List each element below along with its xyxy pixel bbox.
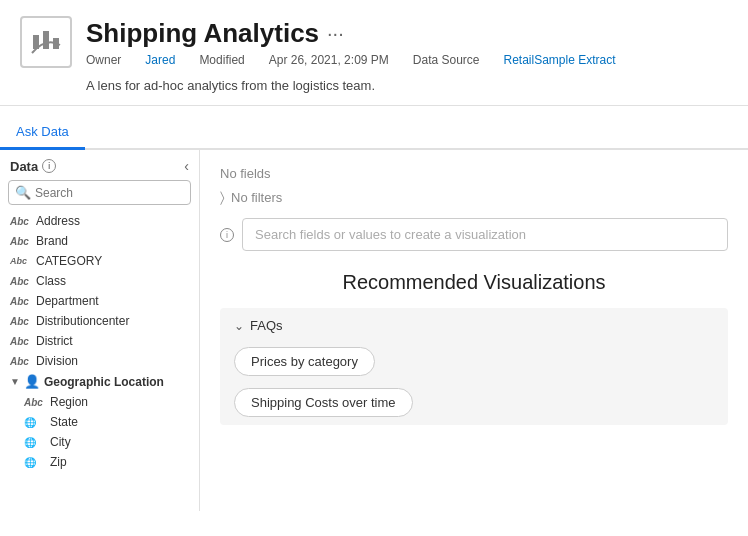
faq-label: FAQs bbox=[250, 318, 283, 333]
owner-link[interactable]: Jared bbox=[145, 53, 175, 67]
viz-btn-shipping-costs[interactable]: Shipping Costs over time bbox=[234, 388, 413, 417]
geo-icon: 👤 bbox=[24, 374, 40, 389]
modified-label: Modified bbox=[199, 53, 244, 67]
tab-ask-data[interactable]: Ask Data bbox=[0, 116, 85, 150]
search-viz-input[interactable]: Search fields or values to create a visu… bbox=[242, 218, 728, 251]
owner-label: Owner bbox=[86, 53, 121, 67]
viz-btn-prices-by-category[interactable]: Prices by category bbox=[234, 347, 375, 376]
more-options-button[interactable]: ··· bbox=[327, 22, 344, 45]
field-state[interactable]: 🌐 State bbox=[0, 412, 199, 432]
content-area: No fields 〉 No filters i Search fields o… bbox=[200, 150, 748, 511]
field-district[interactable]: Abc District bbox=[0, 331, 199, 351]
field-category[interactable]: Abc CATEGORY bbox=[0, 251, 199, 271]
faq-chevron-icon: ⌄ bbox=[234, 319, 244, 333]
search-info-icon: i bbox=[220, 228, 234, 242]
field-region[interactable]: Abc Region bbox=[0, 392, 199, 412]
field-division[interactable]: Abc Division bbox=[0, 351, 199, 371]
sidebar-collapse-button[interactable]: ‹ bbox=[184, 158, 189, 174]
recommended-visualizations-title: Recommended Visualizations bbox=[220, 271, 728, 294]
main-layout: Data i ‹ 🔍 Abc Address Abc Brand Abc CAT… bbox=[0, 150, 748, 511]
section-geographic-location[interactable]: ▼ 👤 Geographic Location bbox=[0, 371, 199, 392]
field-list: Abc Address Abc Brand Abc CATEGORY Abc C… bbox=[0, 211, 199, 472]
search-icon: 🔍 bbox=[15, 185, 31, 200]
datasource-link[interactable]: RetailSample Extract bbox=[504, 53, 616, 67]
search-box[interactable]: 🔍 bbox=[8, 180, 191, 205]
search-input[interactable] bbox=[35, 186, 184, 200]
page-header: Shipping Analytics ··· Owner Jared Modif… bbox=[0, 0, 748, 106]
page-description: A lens for ad-hoc analytics from the log… bbox=[86, 78, 728, 93]
faq-header[interactable]: ⌄ FAQs bbox=[220, 308, 728, 343]
no-fields-text: No fields bbox=[220, 166, 728, 181]
datasource-label: Data Source bbox=[413, 53, 480, 67]
field-class[interactable]: Abc Class bbox=[0, 271, 199, 291]
search-viz-row: i Search fields or values to create a vi… bbox=[220, 218, 728, 251]
expand-icon: ▼ bbox=[10, 376, 20, 387]
field-city[interactable]: 🌐 City bbox=[0, 432, 199, 452]
field-department[interactable]: Abc Department bbox=[0, 291, 199, 311]
field-zip[interactable]: 🌐 Zip bbox=[0, 452, 199, 472]
tab-bar: Ask Data bbox=[0, 116, 748, 150]
viz-buttons: Prices by category Shipping Costs over t… bbox=[220, 343, 728, 425]
sidebar-title: Data i bbox=[10, 159, 56, 174]
filter-icon: 〉 bbox=[220, 189, 225, 206]
field-address[interactable]: Abc Address bbox=[0, 211, 199, 231]
workbook-icon bbox=[20, 16, 72, 68]
field-brand[interactable]: Abc Brand bbox=[0, 231, 199, 251]
filter-row: 〉 No filters bbox=[220, 189, 728, 206]
no-filters-text: No filters bbox=[231, 190, 282, 205]
data-info-icon[interactable]: i bbox=[42, 159, 56, 173]
field-distributioncenter[interactable]: Abc Distributioncenter bbox=[0, 311, 199, 331]
page-title: Shipping Analytics bbox=[86, 18, 319, 49]
modified-date: Apr 26, 2021, 2:09 PM bbox=[269, 53, 389, 67]
faq-section: ⌄ FAQs Prices by category Shipping Costs… bbox=[220, 308, 728, 425]
svg-rect-1 bbox=[43, 31, 49, 49]
sidebar: Data i ‹ 🔍 Abc Address Abc Brand Abc CAT… bbox=[0, 150, 200, 511]
